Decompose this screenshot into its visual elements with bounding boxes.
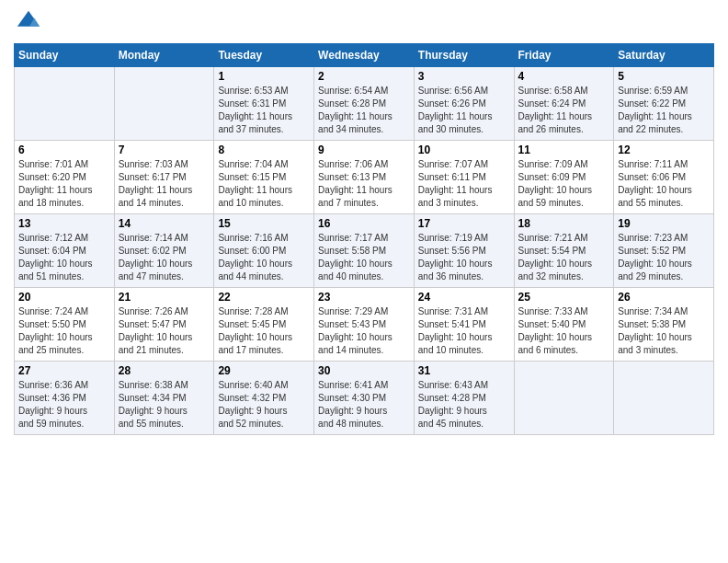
- day-info: Sunrise: 6:36 AMSunset: 4:36 PMDaylight:…: [18, 379, 110, 431]
- day-info: Sunrise: 7:06 AMSunset: 6:13 PMDaylight:…: [318, 158, 410, 210]
- day-info: Sunrise: 6:38 AMSunset: 4:34 PMDaylight:…: [119, 379, 210, 431]
- day-number: 23: [318, 291, 410, 304]
- day-info: Sunrise: 7:17 AMSunset: 5:58 PMDaylight:…: [318, 232, 410, 283]
- calendar-cell: 15Sunrise: 7:16 AMSunset: 6:00 PMDayligh…: [214, 213, 314, 287]
- weekday-saturday: Saturday: [614, 43, 714, 66]
- day-number: 16: [318, 217, 410, 230]
- day-info: Sunrise: 7:01 AMSunset: 6:20 PMDaylight:…: [18, 158, 110, 210]
- calendar-cell: 13Sunrise: 7:12 AMSunset: 6:04 PMDayligh…: [15, 213, 115, 287]
- day-info: Sunrise: 7:14 AMSunset: 6:02 PMDaylight:…: [119, 232, 210, 283]
- day-number: 8: [218, 144, 310, 156]
- day-info: Sunrise: 6:56 AMSunset: 6:26 PMDaylight:…: [418, 85, 510, 136]
- calendar-cell: 7Sunrise: 7:03 AMSunset: 6:17 PMDaylight…: [114, 140, 214, 213]
- day-number: 22: [218, 291, 310, 304]
- day-number: 4: [518, 70, 610, 83]
- day-info: Sunrise: 7:12 AMSunset: 6:04 PMDaylight:…: [18, 232, 110, 283]
- logo-icon: [16, 9, 41, 35]
- calendar-cell: 31Sunrise: 6:43 AMSunset: 4:28 PMDayligh…: [414, 361, 514, 434]
- day-number: 19: [618, 217, 710, 230]
- calendar-cell: 12Sunrise: 7:11 AMSunset: 6:06 PMDayligh…: [614, 140, 714, 213]
- day-info: Sunrise: 7:09 AMSunset: 6:09 PMDaylight:…: [518, 158, 610, 210]
- day-number: 17: [418, 217, 510, 230]
- page-header: [14, 9, 714, 40]
- calendar: SundayMondayTuesdayWednesdayThursdayFrid…: [14, 43, 714, 435]
- week-row-4: 20Sunrise: 7:24 AMSunset: 5:50 PMDayligh…: [15, 287, 714, 361]
- calendar-cell: 25Sunrise: 7:33 AMSunset: 5:40 PMDayligh…: [514, 287, 614, 361]
- day-info: Sunrise: 6:41 AMSunset: 4:30 PMDaylight:…: [318, 379, 410, 431]
- week-row-1: 1Sunrise: 6:53 AMSunset: 6:31 PMDaylight…: [15, 66, 714, 140]
- calendar-cell: 11Sunrise: 7:09 AMSunset: 6:09 PMDayligh…: [514, 140, 614, 213]
- calendar-cell: 8Sunrise: 7:04 AMSunset: 6:15 PMDaylight…: [214, 140, 314, 213]
- calendar-cell: 4Sunrise: 6:58 AMSunset: 6:24 PMDaylight…: [514, 66, 614, 140]
- day-info: Sunrise: 7:29 AMSunset: 5:43 PMDaylight:…: [318, 305, 410, 357]
- week-row-3: 13Sunrise: 7:12 AMSunset: 6:04 PMDayligh…: [15, 213, 714, 287]
- day-info: Sunrise: 7:07 AMSunset: 6:11 PMDaylight:…: [418, 158, 510, 210]
- day-number: 31: [418, 364, 510, 377]
- day-number: 12: [618, 144, 710, 156]
- calendar-cell: 16Sunrise: 7:17 AMSunset: 5:58 PMDayligh…: [314, 213, 415, 287]
- weekday-friday: Friday: [514, 43, 614, 66]
- day-number: 14: [119, 217, 210, 230]
- day-number: 9: [318, 144, 410, 156]
- calendar-body: 1Sunrise: 6:53 AMSunset: 6:31 PMDaylight…: [15, 66, 714, 434]
- day-info: Sunrise: 7:28 AMSunset: 5:45 PMDaylight:…: [218, 305, 310, 357]
- day-number: 7: [119, 144, 210, 156]
- calendar-cell: 3Sunrise: 6:56 AMSunset: 6:26 PMDaylight…: [414, 66, 514, 140]
- calendar-cell: 1Sunrise: 6:53 AMSunset: 6:31 PMDaylight…: [214, 66, 314, 140]
- calendar-cell: 14Sunrise: 7:14 AMSunset: 6:02 PMDayligh…: [114, 213, 214, 287]
- day-number: 6: [18, 144, 110, 156]
- calendar-header: SundayMondayTuesdayWednesdayThursdayFrid…: [15, 43, 714, 66]
- calendar-cell: 23Sunrise: 7:29 AMSunset: 5:43 PMDayligh…: [314, 287, 415, 361]
- calendar-cell: [114, 66, 214, 140]
- day-info: Sunrise: 7:23 AMSunset: 5:52 PMDaylight:…: [618, 232, 710, 283]
- weekday-wednesday: Wednesday: [314, 43, 415, 66]
- weekday-header-row: SundayMondayTuesdayWednesdayThursdayFrid…: [15, 43, 714, 66]
- calendar-cell: 17Sunrise: 7:19 AMSunset: 5:56 PMDayligh…: [414, 213, 514, 287]
- day-number: 24: [418, 291, 510, 304]
- day-number: 13: [18, 217, 110, 230]
- day-info: Sunrise: 7:26 AMSunset: 5:47 PMDaylight:…: [119, 305, 210, 357]
- calendar-cell: 26Sunrise: 7:34 AMSunset: 5:38 PMDayligh…: [614, 287, 714, 361]
- calendar-cell: 2Sunrise: 6:54 AMSunset: 6:28 PMDaylight…: [314, 66, 415, 140]
- day-info: Sunrise: 7:16 AMSunset: 6:00 PMDaylight:…: [218, 232, 310, 283]
- calendar-cell: 18Sunrise: 7:21 AMSunset: 5:54 PMDayligh…: [514, 213, 614, 287]
- day-info: Sunrise: 7:31 AMSunset: 5:41 PMDaylight:…: [418, 305, 510, 357]
- calendar-cell: 28Sunrise: 6:38 AMSunset: 4:34 PMDayligh…: [114, 361, 214, 434]
- week-row-5: 27Sunrise: 6:36 AMSunset: 4:36 PMDayligh…: [15, 361, 714, 434]
- day-info: Sunrise: 7:33 AMSunset: 5:40 PMDaylight:…: [518, 305, 610, 357]
- day-number: 29: [218, 364, 310, 377]
- calendar-cell: [15, 66, 115, 140]
- weekday-monday: Monday: [114, 43, 214, 66]
- calendar-cell: 10Sunrise: 7:07 AMSunset: 6:11 PMDayligh…: [414, 140, 514, 213]
- day-number: 15: [218, 217, 310, 230]
- day-info: Sunrise: 7:04 AMSunset: 6:15 PMDaylight:…: [218, 158, 310, 210]
- day-number: 28: [119, 364, 210, 377]
- day-number: 10: [418, 144, 510, 156]
- day-number: 1: [218, 70, 310, 83]
- day-info: Sunrise: 6:58 AMSunset: 6:24 PMDaylight:…: [518, 85, 610, 136]
- weekday-thursday: Thursday: [414, 43, 514, 66]
- day-number: 20: [18, 291, 110, 304]
- day-number: 25: [518, 291, 610, 304]
- day-info: Sunrise: 7:11 AMSunset: 6:06 PMDaylight:…: [618, 158, 710, 210]
- day-number: 11: [518, 144, 610, 156]
- day-info: Sunrise: 6:53 AMSunset: 6:31 PMDaylight:…: [218, 85, 310, 136]
- calendar-cell: 20Sunrise: 7:24 AMSunset: 5:50 PMDayligh…: [15, 287, 115, 361]
- calendar-cell: 5Sunrise: 6:59 AMSunset: 6:22 PMDaylight…: [614, 66, 714, 140]
- calendar-cell: [514, 361, 614, 434]
- week-row-2: 6Sunrise: 7:01 AMSunset: 6:20 PMDaylight…: [15, 140, 714, 213]
- logo: [14, 9, 41, 40]
- day-info: Sunrise: 7:19 AMSunset: 5:56 PMDaylight:…: [418, 232, 510, 283]
- day-info: Sunrise: 6:54 AMSunset: 6:28 PMDaylight:…: [318, 85, 410, 136]
- calendar-cell: 19Sunrise: 7:23 AMSunset: 5:52 PMDayligh…: [614, 213, 714, 287]
- day-number: 5: [618, 70, 710, 83]
- day-number: 27: [18, 364, 110, 377]
- calendar-cell: 24Sunrise: 7:31 AMSunset: 5:41 PMDayligh…: [414, 287, 514, 361]
- day-number: 3: [418, 70, 510, 83]
- calendar-cell: 22Sunrise: 7:28 AMSunset: 5:45 PMDayligh…: [214, 287, 314, 361]
- day-info: Sunrise: 6:43 AMSunset: 4:28 PMDaylight:…: [418, 379, 510, 431]
- calendar-cell: 9Sunrise: 7:06 AMSunset: 6:13 PMDaylight…: [314, 140, 415, 213]
- day-number: 21: [119, 291, 210, 304]
- day-info: Sunrise: 7:21 AMSunset: 5:54 PMDaylight:…: [518, 232, 610, 283]
- calendar-cell: 29Sunrise: 6:40 AMSunset: 4:32 PMDayligh…: [214, 361, 314, 434]
